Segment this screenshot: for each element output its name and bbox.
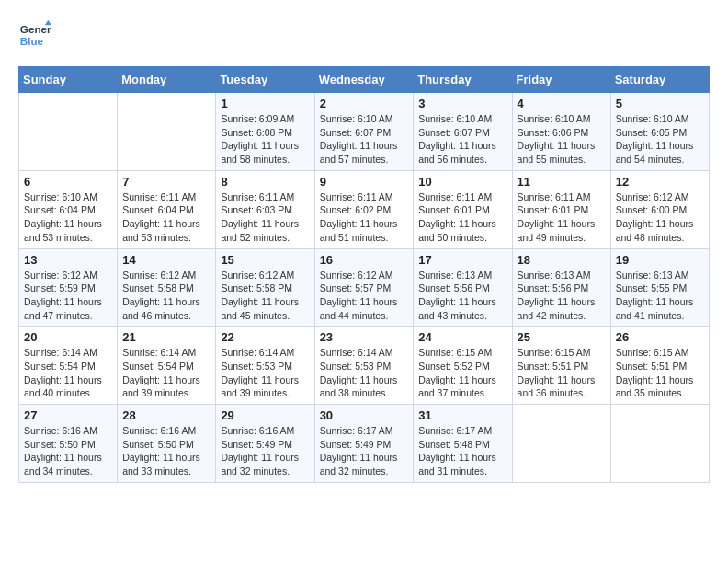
- calendar-cell: 6Sunrise: 6:10 AM Sunset: 6:04 PM Daylig…: [19, 170, 118, 248]
- calendar-cell: 9Sunrise: 6:11 AM Sunset: 6:02 PM Daylig…: [314, 170, 414, 248]
- day-info: Sunrise: 6:12 AM Sunset: 5:59 PM Dayligh…: [24, 269, 112, 323]
- week-row-4: 20Sunrise: 6:14 AM Sunset: 5:54 PM Dayli…: [19, 327, 710, 405]
- day-info: Sunrise: 6:11 AM Sunset: 6:02 PM Dayligh…: [320, 190, 409, 245]
- header-wednesday: Wednesday: [314, 67, 414, 93]
- calendar-table: SundayMondayTuesdayWednesdayThursdayFrid…: [18, 66, 710, 483]
- header-sunday: Sunday: [19, 67, 118, 93]
- day-number: 4: [518, 97, 606, 110]
- calendar-cell: 20Sunrise: 6:14 AM Sunset: 5:54 PM Dayli…: [19, 327, 118, 405]
- day-number: 31: [418, 408, 506, 422]
- calendar-cell: 16Sunrise: 6:12 AM Sunset: 5:57 PM Dayli…: [314, 248, 414, 327]
- day-number: 19: [616, 253, 704, 267]
- logo-icon: General Blue: [18, 18, 51, 52]
- header-tuesday: Tuesday: [216, 67, 314, 93]
- day-info: Sunrise: 6:10 AM Sunset: 6:07 PM Dayligh…: [418, 112, 506, 167]
- day-number: 3: [418, 97, 506, 110]
- day-number: 22: [221, 330, 309, 344]
- day-number: 14: [122, 253, 210, 267]
- calendar-cell: 12Sunrise: 6:12 AM Sunset: 6:00 PM Dayli…: [610, 170, 709, 248]
- day-info: Sunrise: 6:10 AM Sunset: 6:05 PM Dayligh…: [616, 112, 704, 167]
- week-row-1: 1Sunrise: 6:09 AM Sunset: 6:08 PM Daylig…: [19, 93, 710, 171]
- day-info: Sunrise: 6:12 AM Sunset: 6:00 PM Dayligh…: [616, 190, 704, 245]
- calendar-cell: [512, 405, 610, 483]
- day-info: Sunrise: 6:15 AM Sunset: 5:52 PM Dayligh…: [418, 346, 506, 400]
- day-info: Sunrise: 6:10 AM Sunset: 6:06 PM Dayligh…: [518, 112, 606, 167]
- calendar-cell: 5Sunrise: 6:10 AM Sunset: 6:05 PM Daylig…: [610, 93, 709, 171]
- day-number: 20: [24, 330, 112, 344]
- calendar-cell: 18Sunrise: 6:13 AM Sunset: 5:56 PM Dayli…: [512, 248, 610, 327]
- calendar-cell: 17Sunrise: 6:13 AM Sunset: 5:56 PM Dayli…: [414, 248, 512, 327]
- day-info: Sunrise: 6:12 AM Sunset: 5:57 PM Dayligh…: [320, 269, 409, 323]
- day-number: 10: [418, 175, 506, 189]
- calendar-cell: 4Sunrise: 6:10 AM Sunset: 6:06 PM Daylig…: [512, 93, 610, 171]
- calendar-cell: [610, 405, 709, 483]
- calendar-cell: 23Sunrise: 6:14 AM Sunset: 5:53 PM Dayli…: [314, 327, 414, 405]
- day-info: Sunrise: 6:16 AM Sunset: 5:49 PM Dayligh…: [221, 424, 309, 478]
- day-info: Sunrise: 6:11 AM Sunset: 6:04 PM Dayligh…: [122, 190, 210, 245]
- day-info: Sunrise: 6:10 AM Sunset: 6:04 PM Dayligh…: [24, 190, 112, 245]
- calendar-cell: 27Sunrise: 6:16 AM Sunset: 5:50 PM Dayli…: [19, 405, 118, 483]
- day-number: 1: [221, 97, 309, 110]
- calendar-cell: [19, 93, 118, 171]
- day-number: 6: [24, 175, 112, 189]
- calendar-cell: 11Sunrise: 6:11 AM Sunset: 6:01 PM Dayli…: [512, 170, 610, 248]
- calendar-cell: 10Sunrise: 6:11 AM Sunset: 6:01 PM Dayli…: [414, 170, 512, 248]
- calendar-cell: 24Sunrise: 6:15 AM Sunset: 5:52 PM Dayli…: [414, 327, 512, 405]
- day-number: 27: [24, 408, 112, 422]
- day-number: 29: [221, 408, 309, 422]
- header-friday: Friday: [512, 67, 610, 93]
- svg-text:Blue: Blue: [20, 35, 44, 47]
- calendar-cell: 19Sunrise: 6:13 AM Sunset: 5:55 PM Dayli…: [610, 248, 709, 327]
- day-number: 5: [616, 97, 704, 110]
- day-info: Sunrise: 6:17 AM Sunset: 5:49 PM Dayligh…: [320, 424, 409, 478]
- calendar-cell: 7Sunrise: 6:11 AM Sunset: 6:04 PM Daylig…: [118, 170, 216, 248]
- day-number: 24: [418, 330, 506, 344]
- calendar-cell: 26Sunrise: 6:15 AM Sunset: 5:51 PM Dayli…: [610, 327, 709, 405]
- day-info: Sunrise: 6:16 AM Sunset: 5:50 PM Dayligh…: [24, 424, 112, 478]
- day-number: 21: [122, 330, 210, 344]
- day-number: 11: [518, 175, 606, 189]
- header-saturday: Saturday: [610, 67, 709, 93]
- calendar-cell: 1Sunrise: 6:09 AM Sunset: 6:08 PM Daylig…: [216, 93, 314, 171]
- header-thursday: Thursday: [414, 67, 512, 93]
- week-row-2: 6Sunrise: 6:10 AM Sunset: 6:04 PM Daylig…: [19, 170, 710, 248]
- day-info: Sunrise: 6:11 AM Sunset: 6:03 PM Dayligh…: [221, 190, 309, 245]
- calendar-cell: [118, 93, 216, 171]
- day-info: Sunrise: 6:14 AM Sunset: 5:54 PM Dayligh…: [122, 346, 210, 400]
- day-number: 15: [221, 253, 309, 267]
- day-info: Sunrise: 6:14 AM Sunset: 5:54 PM Dayligh…: [24, 346, 112, 400]
- day-info: Sunrise: 6:13 AM Sunset: 5:56 PM Dayligh…: [418, 269, 506, 323]
- calendar-header-row: SundayMondayTuesdayWednesdayThursdayFrid…: [19, 67, 710, 93]
- day-info: Sunrise: 6:11 AM Sunset: 6:01 PM Dayligh…: [418, 190, 506, 245]
- day-number: 12: [616, 175, 704, 189]
- day-number: 30: [320, 408, 409, 422]
- day-number: 23: [320, 330, 409, 344]
- day-number: 17: [418, 253, 506, 267]
- day-number: 7: [122, 175, 210, 189]
- day-number: 16: [320, 253, 409, 267]
- day-number: 9: [320, 175, 409, 189]
- page-header: General Blue: [18, 18, 710, 52]
- week-row-3: 13Sunrise: 6:12 AM Sunset: 5:59 PM Dayli…: [19, 248, 710, 327]
- calendar-cell: 8Sunrise: 6:11 AM Sunset: 6:03 PM Daylig…: [216, 170, 314, 248]
- calendar-cell: 29Sunrise: 6:16 AM Sunset: 5:49 PM Dayli…: [216, 405, 314, 483]
- calendar-cell: 25Sunrise: 6:15 AM Sunset: 5:51 PM Dayli…: [512, 327, 610, 405]
- week-row-5: 27Sunrise: 6:16 AM Sunset: 5:50 PM Dayli…: [19, 405, 710, 483]
- day-number: 13: [24, 253, 112, 267]
- day-info: Sunrise: 6:14 AM Sunset: 5:53 PM Dayligh…: [221, 346, 309, 400]
- day-info: Sunrise: 6:12 AM Sunset: 5:58 PM Dayligh…: [221, 269, 309, 323]
- header-monday: Monday: [118, 67, 216, 93]
- day-info: Sunrise: 6:13 AM Sunset: 5:55 PM Dayligh…: [616, 269, 704, 323]
- day-info: Sunrise: 6:10 AM Sunset: 6:07 PM Dayligh…: [320, 112, 409, 167]
- calendar-cell: 3Sunrise: 6:10 AM Sunset: 6:07 PM Daylig…: [414, 93, 512, 171]
- calendar-cell: 21Sunrise: 6:14 AM Sunset: 5:54 PM Dayli…: [118, 327, 216, 405]
- day-number: 8: [221, 175, 309, 189]
- calendar-cell: 28Sunrise: 6:16 AM Sunset: 5:50 PM Dayli…: [118, 405, 216, 483]
- day-info: Sunrise: 6:09 AM Sunset: 6:08 PM Dayligh…: [221, 112, 309, 167]
- logo: General Blue: [18, 18, 51, 52]
- calendar-cell: 15Sunrise: 6:12 AM Sunset: 5:58 PM Dayli…: [216, 248, 314, 327]
- day-number: 2: [320, 97, 409, 110]
- day-info: Sunrise: 6:15 AM Sunset: 5:51 PM Dayligh…: [518, 346, 606, 400]
- day-info: Sunrise: 6:14 AM Sunset: 5:53 PM Dayligh…: [320, 346, 409, 400]
- day-info: Sunrise: 6:13 AM Sunset: 5:56 PM Dayligh…: [518, 269, 606, 323]
